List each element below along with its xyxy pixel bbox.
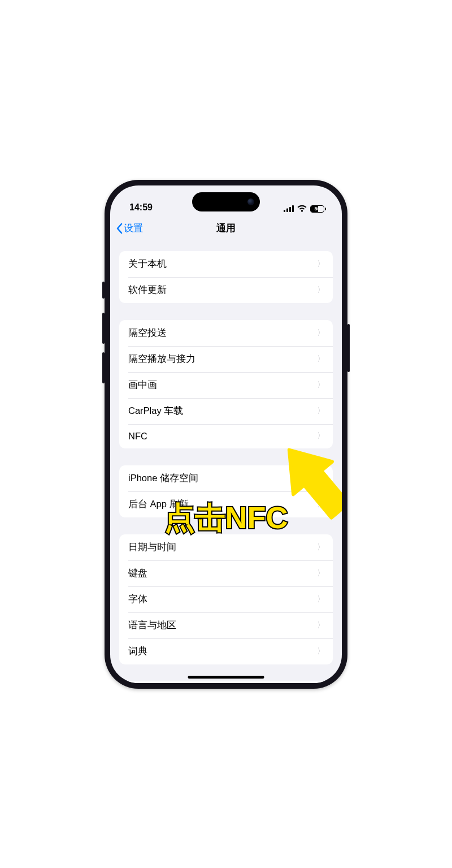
chevron-right-icon: 〉 [317,406,325,416]
row-vpn-device-mgmt[interactable]: VPN 与设备管理 〉 [119,681,333,683]
chevron-right-icon: 〉 [317,542,325,552]
screen: 14:59 56 设置 通用 [110,185,342,683]
row-label: 软件更新 [128,284,167,296]
back-label: 设置 [124,222,143,235]
chevron-right-icon: 〉 [317,380,325,390]
battery-percent: 56 [314,206,320,211]
row-software-update[interactable]: 软件更新 〉 [119,277,333,303]
status-time: 14:59 [129,202,153,213]
chevron-right-icon: 〉 [317,285,325,295]
row-iphone-storage[interactable]: iPhone 储存空间 〉 [119,465,333,491]
chevron-right-icon: 〉 [317,646,325,657]
row-background-refresh[interactable]: 后台 App 刷新 〉 [119,491,333,517]
battery-icon: 56 [310,205,326,213]
row-date-time[interactable]: 日期与时间 〉 [119,534,333,560]
row-label: 隔空投送 [128,327,167,339]
row-fonts[interactable]: 字体 〉 [119,586,333,612]
cellular-signal-icon [284,205,294,212]
settings-group-3: iPhone 储存空间 〉 后台 App 刷新 〉 [119,465,333,517]
volume-up-button[interactable] [102,313,105,344]
settings-group-4: 日期与时间 〉 键盘 〉 字体 〉 语言与地区 〉 词典 〉 [119,534,333,664]
svg-rect-2 [289,207,291,212]
row-label: 字体 [128,593,147,606]
chevron-right-icon: 〉 [317,568,325,578]
row-label: 关于本机 [128,258,167,270]
row-airdrop[interactable]: 隔空投送 〉 [119,320,333,346]
chevron-right-icon: 〉 [317,354,325,364]
svg-rect-0 [284,210,285,212]
chevron-right-icon: 〉 [317,594,325,604]
row-dictionary[interactable]: 词典 〉 [119,638,333,664]
svg-rect-3 [292,205,294,212]
power-button[interactable] [347,324,350,372]
front-camera-icon [247,198,254,205]
page-title: 通用 [216,222,236,235]
row-keyboard[interactable]: 键盘 〉 [119,560,333,586]
row-picture-in-picture[interactable]: 画中画 〉 [119,372,333,398]
row-label: NFC [128,431,147,442]
row-label: 后台 App 刷新 [128,498,189,511]
chevron-right-icon: 〉 [317,620,325,631]
row-label: 词典 [128,645,147,658]
dynamic-island [192,192,260,211]
settings-group-5: VPN 与设备管理 〉 [119,681,333,683]
row-carplay[interactable]: CarPlay 车载 〉 [119,398,333,424]
svg-rect-1 [286,209,288,213]
chevron-right-icon: 〉 [317,259,325,269]
row-about[interactable]: 关于本机 〉 [119,251,333,277]
mute-switch[interactable] [102,282,105,299]
row-label: CarPlay 车载 [128,405,183,417]
chevron-right-icon: 〉 [317,328,325,338]
nav-bar: 设置 通用 [110,216,342,241]
row-label: 语言与地区 [128,619,176,632]
chevron-right-icon: 〉 [317,473,325,483]
chevron-right-icon: 〉 [317,499,325,509]
row-airplay-handoff[interactable]: 隔空播放与接力 〉 [119,346,333,372]
row-language-region[interactable]: 语言与地区 〉 [119,612,333,638]
settings-group-1: 关于本机 〉 软件更新 〉 [119,251,333,303]
wifi-icon [297,205,307,212]
phone-frame: 14:59 56 设置 通用 [105,180,347,689]
row-label: iPhone 储存空间 [128,472,198,485]
chevron-right-icon: 〉 [317,431,325,441]
row-label: 日期与时间 [128,541,176,554]
row-nfc[interactable]: NFC 〉 [119,424,333,448]
row-label: 键盘 [128,567,147,580]
settings-content[interactable]: 关于本机 〉 软件更新 〉 隔空投送 〉 隔空播放与接力 〉 画中 [110,241,342,683]
chevron-left-icon [116,223,123,234]
row-label: 画中画 [128,379,157,391]
row-label: 隔空播放与接力 [128,353,195,365]
back-button[interactable]: 设置 [116,216,143,241]
home-indicator[interactable] [188,676,264,679]
settings-group-2: 隔空投送 〉 隔空播放与接力 〉 画中画 〉 CarPlay 车载 〉 NFC [119,320,333,448]
volume-down-button[interactable] [102,352,105,383]
